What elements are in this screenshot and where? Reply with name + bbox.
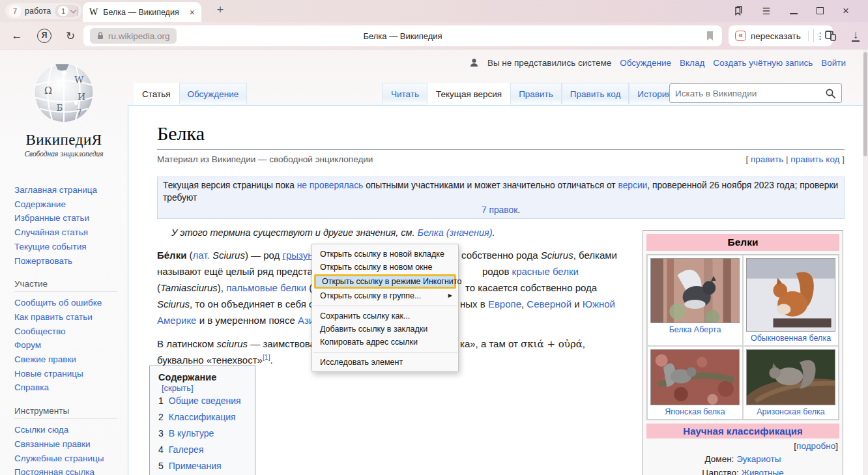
sidebar-link[interactable]: Ссылки сюда	[14, 423, 122, 437]
toc-item[interactable]: 4Галерея	[158, 442, 246, 458]
sidebar-section-title: Участие	[14, 279, 117, 292]
sidebar-link[interactable]: Справка	[14, 381, 122, 395]
toc-item-link[interactable]: Общие сведения	[169, 396, 241, 406]
tab-group-label: работа	[25, 7, 51, 16]
taxonomy-value-link[interactable]: Эукариоты	[736, 454, 781, 464]
sidebar-link[interactable]: Свежие правки	[14, 353, 122, 367]
personal-link[interactable]: Создать учётную запись	[713, 58, 813, 68]
japanese-squirrel-photo[interactable]	[650, 349, 740, 405]
sidebar-link[interactable]: Форум	[14, 338, 122, 353]
edit-links[interactable]: [ править | править код ]	[746, 154, 845, 164]
wiki-tab[interactable]: Текущая версия	[427, 83, 510, 105]
svg-text:И: И	[78, 91, 85, 102]
photo-caption[interactable]: Аризонская белка	[757, 405, 824, 418]
context-menu-item[interactable]: Копировать адрес ссылки ▶	[312, 336, 458, 349]
sidebar-link[interactable]: Сообщество	[14, 324, 122, 339]
tab-group-collapsed[interactable]: 1	[55, 5, 79, 18]
photo-caption[interactable]: Японская белка	[665, 405, 725, 418]
personal-link[interactable]: Вклад	[680, 58, 704, 68]
search-icon[interactable]	[825, 88, 836, 99]
sidebar-link[interactable]: Служебные страницы	[14, 452, 122, 466]
page-scrollbar[interactable]	[863, 50, 868, 475]
address-bar-page-title: Белка — Википедия	[83, 31, 722, 41]
toc-item[interactable]: 1Общие сведения	[158, 393, 246, 409]
sidebar-link[interactable]: Новые страницы	[14, 367, 122, 381]
sidebar-link[interactable]: Постоянная ссылка	[14, 465, 122, 475]
personal-link[interactable]: Войти	[821, 58, 846, 68]
browser-window: 7 работа 1 W Белка — Википедия × + ☰	[0, 0, 868, 475]
browser-tab-active[interactable]: W Белка — Википедия ×	[83, 2, 201, 22]
address-bar[interactable]: Белка — Википедия ru.wikipedia.org	[83, 25, 722, 46]
wiki-tab[interactable]: Править код	[562, 83, 629, 104]
classification-details-link[interactable]: [подробно]	[646, 439, 839, 452]
personal-link[interactable]: Обсуждение	[620, 58, 671, 68]
refresh-button[interactable]: ↻	[61, 22, 80, 50]
bookmarks-panel-icon[interactable]	[723, 5, 752, 18]
context-menu-item[interactable]: Сохранить ссылку как... ▶	[312, 309, 458, 323]
yandex-button[interactable]: Я	[35, 22, 53, 50]
url-chip[interactable]: ru.wikipedia.org	[90, 28, 177, 44]
downloads-button[interactable]: ↓	[847, 22, 864, 50]
context-menu-item[interactable]: Добавить ссылку в закладки ▶	[312, 323, 458, 336]
toc-item[interactable]: 3В культуре	[158, 425, 246, 442]
tab-group-pill[interactable]: 7 работа 1	[5, 3, 81, 19]
toc-hide-toggle[interactable]: [скрыть]	[162, 383, 194, 393]
window-close-button[interactable]: ×	[833, 5, 859, 18]
browser-toolbar: ← Я ↻ Белка — Википедия ru.wikipedia.org…	[0, 22, 868, 50]
sidebar-link[interactable]: Содержание	[14, 197, 122, 212]
wiki-tab[interactable]: Править	[510, 83, 562, 104]
photo-cell: Белка Аберта	[647, 255, 743, 346]
side-panels-icon[interactable]	[820, 22, 841, 50]
context-menu-item[interactable]: Открыть ссылку в новом окне ▶	[312, 261, 458, 274]
scrollbar-thumb[interactable]	[863, 52, 867, 156]
context-menu-item-label: Копировать адрес ссылки	[320, 338, 418, 347]
tab-close-icon[interactable]: ×	[190, 7, 195, 18]
taxonomy-value-link[interactable]: Животные	[742, 468, 784, 475]
wiki-tabs-left: СтатьяОбсуждение	[134, 83, 247, 105]
new-tab-button[interactable]: +	[212, 2, 229, 19]
context-menu-item[interactable]: Открыть ссылку в режиме Инкогнито ▶	[314, 274, 456, 289]
context-menu-item[interactable]: ▶	[313, 352, 457, 353]
bookmark-star-icon[interactable]	[706, 31, 714, 41]
context-menu-item[interactable]: Исследовать элемент ▶	[312, 356, 458, 369]
sidebar-link[interactable]: Сообщить об ошибке	[14, 296, 122, 310]
browser-menu-icon[interactable]: ☰	[752, 6, 781, 16]
sidebar-link[interactable]: Случайная статья	[14, 225, 122, 240]
sidebar-link[interactable]: Как править статьи	[14, 310, 122, 324]
sidebar-link[interactable]: Текущие события	[14, 240, 122, 254]
photo-caption[interactable]: Белка Аберта	[669, 323, 721, 336]
toc-item[interactable]: 2Классификация	[158, 409, 246, 425]
toc-item-number: 4	[158, 444, 164, 455]
wiki-tab[interactable]: Статья	[134, 83, 179, 105]
wikipedia-logo[interactable]: Ω W И Б 7 ВикипедиЯ Свободная энциклопед…	[13, 57, 115, 158]
wiki-search-input[interactable]	[675, 89, 825, 98]
taxonomy-row: Царство: Животные	[646, 466, 839, 475]
sidebar-link[interactable]: Избранные статьи	[14, 211, 122, 225]
sidebar-link[interactable]: Пожертвовать	[14, 254, 122, 268]
retell-button[interactable]: « пересказать ⋮	[729, 25, 833, 46]
context-menu-item[interactable]: Открыть ссылку в новой вкладке ▶	[312, 248, 458, 261]
back-button[interactable]: ←	[8, 22, 26, 50]
red-squirrel-photo[interactable]	[746, 258, 835, 332]
window-minimize-button[interactable]	[781, 6, 807, 16]
photo-cell: Японская белка	[647, 346, 743, 420]
context-menu-item[interactable]: ▶	[313, 306, 457, 306]
photo-caption[interactable]: Обыкновенная белка	[751, 332, 831, 344]
sidebar-link[interactable]: Заглавная страница	[14, 183, 122, 197]
sidebar-link[interactable]: Связанные правки	[14, 437, 122, 452]
wiki-tab[interactable]: Обсуждение	[179, 83, 248, 104]
wiki-search-box[interactable]	[669, 83, 842, 103]
arizona-squirrel-photo[interactable]	[746, 349, 835, 405]
aberts-squirrel-photo[interactable]	[650, 258, 740, 323]
wiki-tab[interactable]: Читать	[383, 83, 427, 104]
toc-item-link[interactable]: Галерея	[169, 444, 204, 455]
toc-item-link[interactable]: В культуре	[169, 428, 214, 439]
toc-item-link[interactable]: Примечания	[169, 461, 222, 471]
photo-cell: Обыкновенная белка	[743, 255, 839, 346]
context-menu-item[interactable]: Открыть ссылку в группе... ▶	[312, 289, 458, 302]
taxobox-photo-grid: Белка Аберта	[646, 254, 839, 420]
toc-item-link[interactable]: Классификация	[169, 412, 236, 422]
window-maximize-button[interactable]	[807, 6, 833, 16]
toc-item[interactable]: 5Примечания	[158, 458, 246, 474]
chevron-down-icon	[70, 7, 77, 14]
